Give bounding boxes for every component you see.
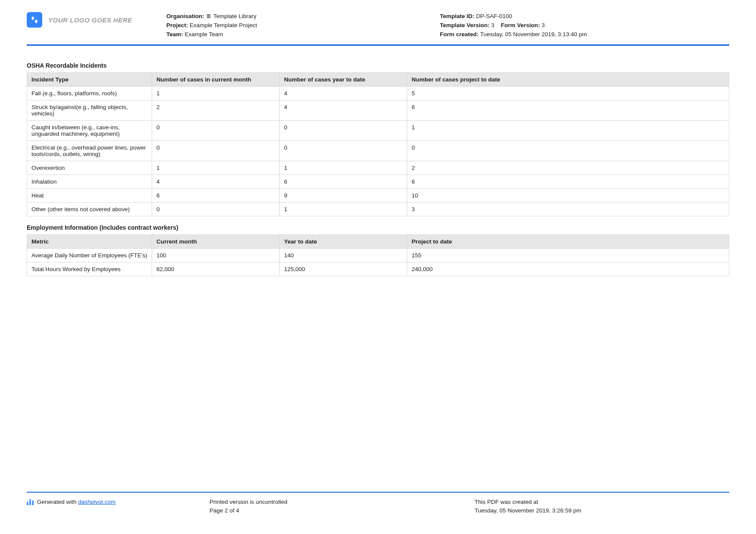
employment-table: Metric Current month Year to date Projec…	[27, 234, 729, 276]
row-value-cell: 1	[280, 202, 407, 216]
logo-block: YOUR LOGO GOES HERE	[27, 12, 156, 28]
row-label-cell: Struck by/against(e.g., falling objects,…	[27, 100, 152, 120]
row-value-cell: 6	[407, 175, 729, 188]
document-header: YOUR LOGO GOES HERE Organisation: 🗎 Temp…	[27, 12, 729, 46]
page-number: Page 2 of 4	[209, 506, 464, 515]
table-row: Electrical (e.g., overhead power lines, …	[27, 141, 729, 161]
row-value-cell: 4	[280, 86, 407, 100]
table-row: Other (other items not covered above)013	[27, 202, 729, 216]
template-id-value: DP-SAF-0100	[476, 13, 512, 19]
col-incident-type: Incident Type	[27, 72, 152, 86]
osha-section-title: OSHA Recordable Incidents	[27, 62, 729, 69]
footer-right: This PDF was created at Tuesday, 05 Nove…	[475, 498, 729, 515]
form-created-label: Form created:	[440, 31, 478, 37]
footer-center: Printed version is uncontrolled Page 2 o…	[209, 498, 464, 515]
row-value-cell: 4	[280, 100, 407, 120]
table-row: Inhalation466	[27, 175, 729, 188]
row-value-cell: 155	[407, 248, 729, 262]
row-value-cell: 5	[407, 86, 729, 100]
col-project-to-date: Project to date	[407, 234, 729, 248]
table-row: Average Daily Number of Employees (FTE's…	[27, 248, 729, 262]
row-value-cell: 1	[152, 86, 280, 100]
footer-generated: Generated with dashpivot.com	[27, 498, 199, 506]
table-row: Fall (e.g., floors, platforms, roofs)145	[27, 86, 729, 100]
created-at-value: Tuesday, 05 November 2019, 3:26:59 pm	[475, 506, 729, 515]
row-value-cell: 3	[407, 202, 729, 216]
form-version-value: 3	[542, 22, 545, 28]
row-value-cell: 125,000	[280, 262, 407, 276]
col-metric: Metric	[27, 234, 152, 248]
row-value-cell: 0	[280, 120, 407, 141]
dashpivot-bars-icon	[27, 499, 34, 505]
row-label-cell: Other (other items not covered above)	[27, 202, 152, 216]
meta-right-column: Template ID: DP-SAF-0100 Template Versio…	[440, 12, 729, 39]
col-year-to-date: Number of cases year to date	[280, 72, 407, 86]
table-header-row: Metric Current month Year to date Projec…	[27, 234, 729, 248]
team-value: Example Team	[185, 31, 223, 37]
col-current-month: Number of cases in current month	[152, 72, 280, 86]
org-label: Organisation:	[166, 13, 204, 19]
uncontrolled-notice: Printed version is uncontrolled	[209, 498, 464, 506]
table-row: Struck by/against(e.g., falling objects,…	[27, 100, 729, 120]
row-value-cell: 0	[152, 141, 280, 161]
dashpivot-link[interactable]: dashpivot.com	[78, 499, 116, 505]
row-value-cell: 0	[407, 141, 729, 161]
table-header-row: Incident Type Number of cases in current…	[27, 72, 729, 86]
col-project-to-date: Number of cases project to date	[407, 72, 729, 86]
form-version-label: Form Version:	[501, 22, 540, 28]
row-value-cell: 100	[152, 248, 280, 262]
row-value-cell: 0	[152, 120, 280, 141]
project-label: Project:	[166, 22, 188, 28]
created-at-label: This PDF was created at	[475, 498, 729, 506]
row-value-cell: 4	[152, 175, 280, 188]
table-row: Total Hours Worked by Employees62,000125…	[27, 262, 729, 276]
org-value: 🗎 Template Library	[206, 13, 256, 19]
osha-table: Incident Type Number of cases in current…	[27, 72, 729, 216]
col-year-to-date: Year to date	[280, 234, 407, 248]
row-value-cell: 10	[407, 188, 729, 202]
table-row: Overexertion112	[27, 161, 729, 175]
row-value-cell: 2	[152, 100, 280, 120]
row-label-cell: Heat	[27, 188, 152, 202]
row-value-cell: 1	[152, 161, 280, 175]
row-value-cell: 6	[152, 188, 280, 202]
document-footer: Generated with dashpivot.com Printed ver…	[27, 492, 729, 515]
row-value-cell: 0	[152, 202, 280, 216]
team-label: Team:	[166, 31, 183, 37]
document-content: OSHA Recordable Incidents Incident Type …	[27, 46, 729, 276]
row-value-cell: 1	[280, 161, 407, 175]
generated-prefix: Generated with	[37, 499, 78, 505]
row-value-cell: 140	[280, 248, 407, 262]
row-label-cell: Average Daily Number of Employees (FTE's…	[27, 248, 152, 262]
project-value: Example Template Project	[190, 22, 257, 28]
row-value-cell: 62,000	[152, 262, 280, 276]
row-value-cell: 6	[407, 100, 729, 120]
table-row: Heat6910	[27, 188, 729, 202]
template-version-value: 3	[491, 22, 495, 28]
row-label-cell: Total Hours Worked by Employees	[27, 262, 152, 276]
template-id-label: Template ID:	[440, 13, 474, 19]
row-value-cell: 240,000	[407, 262, 729, 276]
row-value-cell: 9	[280, 188, 407, 202]
logo-icon	[27, 12, 42, 28]
row-value-cell: 2	[407, 161, 729, 175]
meta-left-column: Organisation: 🗎 Template Library Project…	[166, 12, 429, 39]
template-version-label: Template Version:	[440, 22, 489, 28]
row-value-cell: 1	[407, 120, 729, 141]
row-value-cell: 0	[280, 141, 407, 161]
logo-placeholder-text: YOUR LOGO GOES HERE	[48, 16, 132, 24]
table-row: Caught in/between (e.g., cave-ins, ungua…	[27, 120, 729, 141]
form-created-value: Tuesday, 05 November 2019, 3:13:40 pm	[480, 31, 587, 37]
row-label-cell: Caught in/between (e.g., cave-ins, ungua…	[27, 120, 152, 141]
row-label-cell: Fall (e.g., floors, platforms, roofs)	[27, 86, 152, 100]
row-label-cell: Inhalation	[27, 175, 152, 188]
row-label-cell: Electrical (e.g., overhead power lines, …	[27, 141, 152, 161]
row-value-cell: 6	[280, 175, 407, 188]
col-current-month: Current month	[152, 234, 280, 248]
employment-section-title: Employment Information (Includes contrac…	[27, 224, 729, 231]
row-label-cell: Overexertion	[27, 161, 152, 175]
